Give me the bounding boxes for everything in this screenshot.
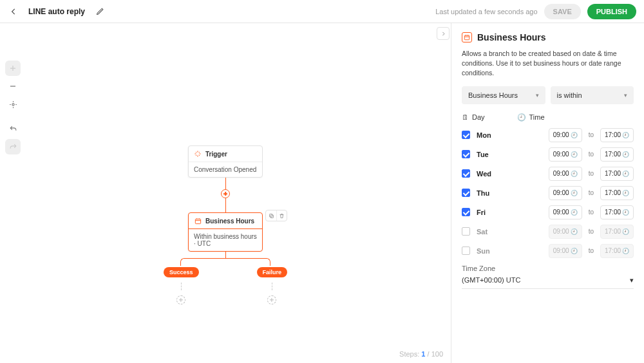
day-row-tue: Tue09:00🕘to17:00🕘 [462,147,634,162]
canvas[interactable]: Trigger Conversation Opened Business Hou… [0,23,451,363]
trigger-title: Trigger [205,151,227,158]
to-label: to [589,131,594,138]
condition-type-dropdown[interactable]: Business Hours ▾ [462,86,545,104]
end-time-input[interactable]: 17:00🕘 [600,244,634,258]
to-label: to [589,228,594,235]
end-time-input[interactable]: 17:00🕘 [600,205,634,219]
start-time-input[interactable]: 09:00🕘 [549,147,582,162]
publish-button[interactable]: PUBLISH [587,4,636,19]
zoom-in-icon[interactable] [5,60,21,76]
add-success-step[interactable] [176,295,185,304]
clock-icon: 🕘 [571,190,578,196]
node-title: Business Hours [205,218,254,225]
to-label: to [589,209,594,216]
config-panel: Business Hours Allows a branch to be cre… [451,23,644,363]
clock-icon: 🕘 [571,132,578,138]
delete-node-icon[interactable] [276,210,287,221]
day-checkbox[interactable] [462,169,470,178]
end-time-input[interactable]: 17:00🕘 [600,128,634,142]
failure-branch[interactable]: Failure [257,267,288,304]
day-row-sat: Sat09:00🕘to17:00🕘 [462,225,634,239]
clock-icon: 🕘 [622,248,629,254]
add-step-button[interactable] [221,189,230,198]
clock-icon: 🕘 [622,132,629,138]
workflow-title: LINE auto reply [28,7,85,16]
day-checkbox[interactable] [462,227,470,236]
last-updated-text: Last updated a few seconds ago [435,8,537,15]
start-time-input[interactable]: 09:00🕘 [549,225,582,239]
business-hours-node[interactable]: Business Hours Within business hours · U… [188,212,263,252]
zoom-out-icon[interactable] [5,79,21,94]
svg-rect-2 [270,215,273,218]
day-label: Sat [477,228,496,236]
day-label: Fri [477,209,496,216]
copy-node-icon[interactable] [266,210,276,221]
edit-title-icon[interactable] [94,6,106,17]
panel-description: Allows a branch to be created based on d… [462,49,634,79]
to-label: to [589,170,594,177]
back-button[interactable] [8,6,19,17]
clock-icon: 🕘 [622,190,629,196]
add-failure-step[interactable] [267,295,276,304]
redo-icon[interactable] [5,139,21,154]
trigger-body: Conversation Opened [189,162,262,177]
calendar-icon [462,32,472,42]
start-time-input[interactable]: 09:00🕘 [549,244,582,258]
day-label: Sun [477,247,496,255]
start-time-input[interactable]: 09:00🕘 [549,128,582,142]
chevron-down-icon: ▾ [624,92,627,98]
time-header: Time [529,113,545,121]
clock-icon: 🕘 [622,151,629,158]
end-time-input[interactable]: 17:00🕘 [600,225,634,239]
day-checkbox[interactable] [462,131,470,139]
collapse-panel-icon[interactable] [437,27,450,40]
day-checkbox[interactable] [462,150,470,158]
step-counter: Steps: 1 / 100 [399,350,443,358]
undo-icon[interactable] [5,121,21,136]
day-checkbox[interactable] [462,208,470,216]
svg-rect-4 [464,35,469,40]
condition-operator-dropdown[interactable]: is within ▾ [551,86,634,104]
end-time-input[interactable]: 17:00🕘 [600,147,634,162]
failure-chip: Failure [257,267,288,277]
start-time-input[interactable]: 09:00🕘 [549,167,582,181]
calendar-small-icon: 🗓 [462,113,469,121]
clock-icon: 🕘 [571,248,578,254]
to-label: to [589,247,594,254]
day-row-sun: Sun09:00🕘to17:00🕘 [462,244,634,258]
node-action-bar [265,210,287,221]
clock-icon: 🕘 [571,228,578,235]
save-button[interactable]: SAVE [544,4,581,19]
center-icon[interactable] [5,97,21,112]
timezone-dropdown[interactable]: (GMT+00:00) UTC ▾ [462,276,634,289]
timezone-label: Time Zone [462,265,634,272]
day-checkbox[interactable] [462,247,470,255]
canvas-toolbar [5,60,21,154]
end-time-input[interactable]: 17:00🕘 [600,167,634,181]
chevron-down-icon: ▾ [536,92,539,98]
svg-rect-3 [269,214,272,217]
clock-icon: 🕘 [622,171,629,177]
clock-icon: 🕘 [571,171,578,177]
success-chip: Success [164,267,199,277]
day-label: Mon [477,131,496,139]
chevron-down-icon: ▾ [630,276,634,284]
end-time-input[interactable]: 17:00🕘 [600,186,634,200]
day-label: Wed [477,170,496,178]
svg-rect-1 [195,219,200,223]
node-body: Within business hours · UTC [189,229,262,251]
trigger-node[interactable]: Trigger Conversation Opened [188,145,263,178]
clock-icon: 🕘 [571,209,578,216]
top-bar: LINE auto reply Last updated a few secon… [0,0,644,23]
day-row-thu: Thu09:00🕘to17:00🕘 [462,186,634,200]
day-row-wed: Wed09:00🕘to17:00🕘 [462,167,634,181]
clock-icon: 🕘 [622,209,629,216]
start-time-input[interactable]: 09:00🕘 [549,186,582,200]
clock-small-icon: 🕘 [517,113,526,122]
day-label: Tue [477,151,496,158]
day-row-mon: Mon09:00🕘to17:00🕘 [462,128,634,142]
success-branch[interactable]: Success [164,267,199,304]
start-time-input[interactable]: 09:00🕘 [549,205,582,219]
flow-diagram: Trigger Conversation Opened Business Hou… [164,145,287,304]
day-checkbox[interactable] [462,189,470,197]
